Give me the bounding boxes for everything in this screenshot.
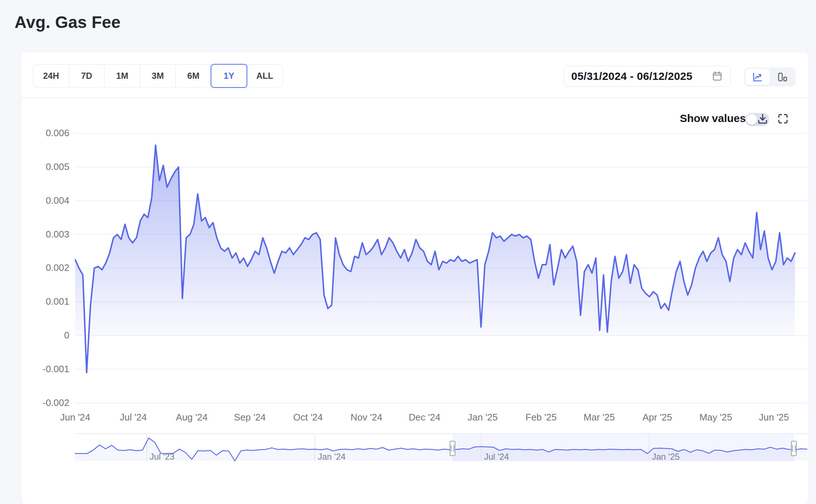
- range-button-3m[interactable]: 3M: [140, 65, 176, 87]
- line-chart-toggle[interactable]: [746, 69, 770, 85]
- y-tick-label: 0.005: [27, 161, 69, 172]
- navigator[interactable]: [75, 432, 807, 464]
- navigator-left-handle[interactable]: [450, 441, 455, 456]
- chart-card: 24H7D1M3M6M1YALL 05/31/2024 - 06/12/2025: [21, 52, 808, 504]
- x-tick-label: Aug '24: [163, 412, 221, 423]
- x-tick-label: Mar '25: [570, 412, 628, 423]
- x-tick-label: Nov '24: [337, 412, 395, 423]
- x-tick-label: Oct '24: [279, 412, 337, 423]
- y-tick-label: -0.001: [27, 363, 69, 375]
- y-tick-label: 0.003: [27, 229, 69, 240]
- navigator-tick-label: Jan '25: [652, 452, 680, 462]
- y-tick-label: -0.002: [27, 397, 69, 409]
- x-tick-label: Jul '24: [104, 412, 162, 423]
- toolbar-divider: [21, 97, 808, 98]
- y-tick-label: 0.001: [27, 296, 69, 307]
- bar-chart-toggle[interactable]: [770, 69, 794, 85]
- page-title: Avg. Gas Fee: [15, 12, 121, 32]
- main-chart: [75, 118, 807, 419]
- y-tick-label: 0.006: [27, 127, 69, 139]
- x-tick-label: Jan '25: [454, 412, 512, 423]
- chart-toolbar: 24H7D1M3M6M1YALL 05/31/2024 - 06/12/2025: [21, 52, 808, 97]
- x-tick-label: Apr '25: [628, 412, 686, 423]
- y-tick-label: 0: [27, 330, 69, 341]
- y-tick-label: 0.004: [27, 195, 69, 206]
- date-range-value: 05/31/2024 - 06/12/2025: [571, 70, 693, 82]
- navigator-right-handle[interactable]: [791, 441, 797, 456]
- x-tick-label: May '25: [687, 412, 745, 423]
- x-tick-label: Sep '24: [221, 412, 279, 423]
- x-tick-label: Feb '25: [512, 412, 570, 423]
- bar-chart-icon: [777, 72, 788, 82]
- navigator-tick-label: Jul '24: [484, 452, 509, 462]
- time-range-group: 24H7D1M3M6M1YALL: [33, 64, 283, 88]
- navigator-tick-label: Jul '23: [150, 452, 175, 462]
- x-tick-label: Dec '24: [395, 412, 454, 423]
- range-button-6m[interactable]: 6M: [176, 65, 211, 87]
- handle-grip-icon: [451, 445, 454, 452]
- x-tick-label: Jun '25: [745, 412, 803, 423]
- date-range-input[interactable]: 05/31/2024 - 06/12/2025: [564, 66, 731, 87]
- handle-grip-icon: [792, 445, 796, 452]
- range-button-24h[interactable]: 24H: [33, 65, 69, 87]
- range-button-7d[interactable]: 7D: [69, 65, 105, 87]
- chart-type-toggle: [744, 68, 796, 86]
- y-tick-label: 0.002: [27, 262, 69, 273]
- range-button-1m[interactable]: 1M: [105, 65, 140, 87]
- navigator-tick-label: Jan '24: [318, 452, 346, 462]
- range-button-all[interactable]: ALL: [247, 65, 283, 87]
- x-tick-label: Jun '24: [46, 412, 104, 423]
- calendar-icon: [711, 70, 723, 82]
- line-chart-icon: [752, 72, 763, 82]
- range-button-1y[interactable]: 1Y: [211, 65, 247, 87]
